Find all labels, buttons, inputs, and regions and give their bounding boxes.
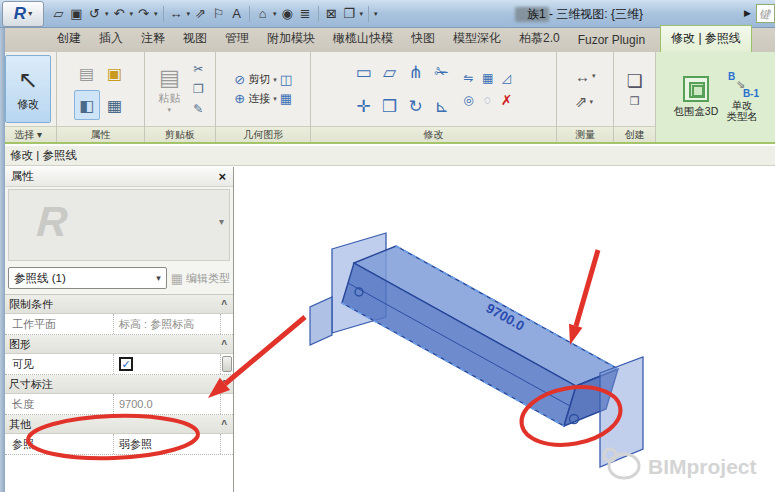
group-other[interactable]: 其他 ^ [5, 415, 233, 434]
application-menu-button[interactable]: R ▾ [2, 1, 44, 27]
panel-clipboard-label: 剪贴板 [145, 126, 215, 142]
switch-windows-icon[interactable]: ❐ [341, 4, 358, 24]
undo-dropdown-icon[interactable]: ▾ [130, 10, 134, 18]
row-reference: 参照 弱参照 [5, 434, 233, 455]
tab-annotate[interactable]: 注释 [132, 26, 174, 52]
collapse-icon[interactable]: ^ [221, 299, 227, 310]
sync-icon[interactable]: ↺ [86, 4, 103, 24]
edit-type-button[interactable]: ▦ 编辑类型 [171, 271, 230, 286]
pin-icon[interactable]: ◎ [460, 90, 478, 111]
property-value: 9700.0 [113, 394, 220, 414]
thin-lines-icon[interactable]: ≣ [297, 4, 314, 24]
property-label: 可见 [5, 354, 113, 374]
save-icon[interactable]: ▣ [68, 4, 85, 24]
measure-tool-button[interactable]: ↔ ▾ [575, 68, 596, 85]
link-icon[interactable]: ▦ [280, 91, 292, 106]
move-icon[interactable]: ✛ [352, 90, 376, 122]
modify-button[interactable]: ↖ 修改 [5, 55, 51, 123]
trim-extend-icon[interactable]: ⊾ [430, 90, 454, 122]
associate-param-button[interactable] [222, 356, 232, 372]
bounding-box-3d-button[interactable]: 包围盒3D [673, 76, 718, 119]
copy-element-icon[interactable]: ❒ [378, 90, 402, 122]
view-dropdown-icon[interactable]: ▾ [273, 10, 277, 18]
close-hidden-windows-icon[interactable]: ⊠ [323, 4, 340, 24]
split-element-icon[interactable]: ⋔ [404, 56, 428, 88]
tab-view[interactable]: 视图 [174, 26, 216, 52]
mirror-icon[interactable]: ⇋ [460, 68, 478, 89]
measure-icon[interactable]: ↔ [168, 4, 185, 24]
scale-icon[interactable]: ◿ [498, 68, 516, 89]
panel-select: ↖ 修改 选择 ▾ [0, 52, 57, 142]
undo-icon[interactable]: ↶ [111, 4, 128, 24]
panel-create: ❏ ❒ 创建 [614, 52, 656, 142]
tab-quickdraw[interactable]: 快图 [402, 26, 444, 52]
properties-header[interactable]: 属性 × [5, 167, 233, 187]
type-preview[interactable]: R ▾ [8, 189, 230, 261]
tab-model-deepen[interactable]: 模型深化 [444, 26, 510, 52]
paste-button[interactable]: ▤ 粘贴 ▾ [152, 65, 186, 114]
reference-plane-left-front[interactable] [310, 297, 332, 345]
tab-manage[interactable]: 管理 [216, 26, 258, 52]
tab-create[interactable]: 创建 [48, 26, 90, 52]
create-similar-icon[interactable]: ❒ [630, 95, 640, 108]
section-icon[interactable]: ◉ [279, 4, 296, 24]
default-3d-view-icon[interactable]: ⌂ [254, 4, 271, 24]
array-icon[interactable]: ▦ [479, 68, 497, 89]
tab-fuzor[interactable]: Fuzor Plugin [569, 29, 654, 52]
redo-dropdown-icon[interactable]: ▾ [154, 10, 158, 18]
visible-checkbox[interactable]: ✓ [119, 357, 133, 371]
dimension-tool-button[interactable]: ⇗ ▾ [575, 93, 596, 111]
group-constraints[interactable]: 限制条件 ^ [5, 295, 233, 314]
panel-addin-tools: 包围盒3D B ⇘ B-1 单改 类型名 [656, 52, 775, 142]
split-with-gap-icon[interactable]: ✁ [430, 56, 454, 88]
customize-qat-icon[interactable]: ▾ [374, 10, 378, 18]
open-icon[interactable]: ▱ [50, 4, 67, 24]
collapse-icon[interactable]: ^ [221, 339, 227, 350]
tab-bomu[interactable]: 柏慕2.0 [510, 26, 569, 52]
align-icon[interactable]: ▭ [352, 56, 376, 88]
group-dimensions[interactable]: 尺寸标注 ^ [5, 375, 233, 394]
panel-select-label[interactable]: 选择 ▾ [0, 126, 56, 142]
unpin-icon[interactable]: ◌ [479, 90, 497, 111]
properties-palette-icon[interactable]: ▤ [74, 58, 100, 88]
collapse-icon[interactable]: ^ [221, 419, 227, 430]
type-selector-dropdown[interactable]: 参照线 (1) ▾ [8, 267, 167, 289]
close-icon[interactable]: × [218, 169, 226, 184]
measure-dropdown-icon[interactable]: ▾ [187, 10, 191, 18]
rename-type-button[interactable]: B ⇘ B-1 单改 类型名 [726, 73, 758, 122]
join-geometry-button[interactable]: ⊕ 连接 ▾ ▦ [234, 91, 292, 106]
drawing-canvas[interactable]: 9700.0 BIMproject [234, 167, 775, 492]
visibility-settings-icon[interactable]: ▦ [102, 90, 128, 120]
aligned-dimension-icon[interactable]: ⇗ [192, 4, 209, 24]
infocenter-expand-icon[interactable]: ▶ [744, 8, 751, 18]
solid-icon[interactable]: ◫ [280, 72, 292, 87]
cut-icon[interactable]: ✂ [189, 60, 207, 78]
offset-icon[interactable]: ▱ [378, 56, 402, 88]
property-label: 工作平面 [5, 314, 113, 334]
tab-modify-reference-lines[interactable]: 修改 | 参照线 [660, 25, 752, 52]
family-types-icon[interactable]: ▣ [102, 58, 128, 88]
sync-dropdown-icon[interactable]: ▾ [105, 10, 109, 18]
group-graphics[interactable]: 图形 ^ [5, 335, 233, 354]
rotate-icon[interactable]: ↻ [404, 90, 428, 122]
chevron-down-icon[interactable]: ▾ [219, 216, 224, 227]
cut-geometry-button[interactable]: ⊘ 剪切 ▾ ◫ [234, 72, 292, 87]
property-value: ✓ [113, 354, 220, 374]
edit-type-icon: ▦ [171, 271, 183, 286]
search-input[interactable]: 键入 [756, 4, 775, 23]
redo-icon[interactable]: ↷ [135, 4, 152, 24]
match-properties-icon[interactable]: ✎ [189, 100, 207, 118]
create-group-icon[interactable]: ❏ [627, 70, 643, 92]
tab-glodon[interactable]: 橄榄山快模 [324, 26, 402, 52]
switch-windows-dropdown-icon[interactable]: ▾ [360, 10, 364, 18]
collapse-icon[interactable]: ^ [221, 379, 227, 390]
tab-insert[interactable]: 插入 [90, 26, 132, 52]
tab-addins[interactable]: 附加模块 [258, 26, 324, 52]
type-properties-icon[interactable]: ◧ [74, 90, 100, 120]
tag-icon[interactable]: ⚐ [210, 4, 227, 24]
copy-icon[interactable]: ❐ [189, 80, 207, 98]
delete-icon[interactable]: ✗ [498, 90, 516, 111]
revit-ghost-logo: R [35, 198, 69, 246]
property-value[interactable]: 弱参照 [113, 434, 220, 454]
text-icon[interactable]: A [228, 4, 245, 24]
